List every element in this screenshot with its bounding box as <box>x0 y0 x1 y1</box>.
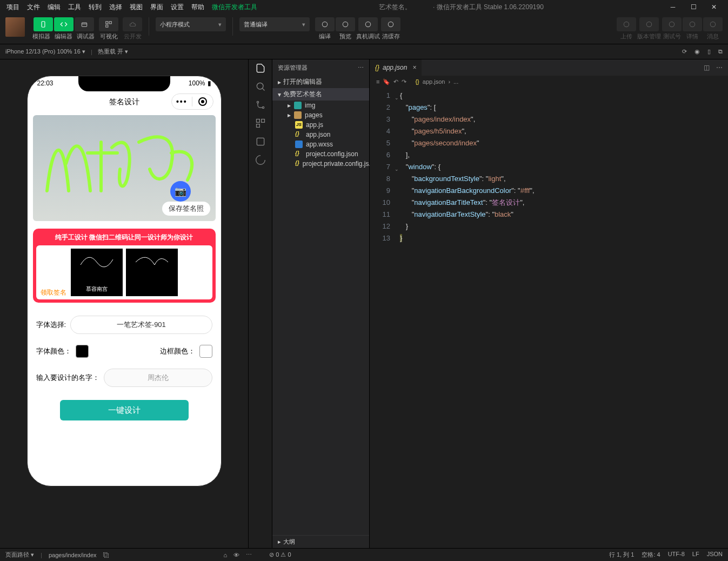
design-button[interactable]: 一键设计 <box>60 400 189 420</box>
debug-icon[interactable] <box>255 136 266 147</box>
hot-reload[interactable]: 热重载 开 ▾ <box>98 48 128 56</box>
eol[interactable]: LF <box>692 551 699 559</box>
save-button[interactable]: 保存签名照 <box>162 202 210 216</box>
menu-item[interactable]: 选择 <box>109 3 122 12</box>
device-icon[interactable]: ▯ <box>707 48 711 55</box>
tab-app-json[interactable]: {}app.json× <box>370 59 422 76</box>
tree-item[interactable]: {}app.json <box>272 130 369 139</box>
sample-2[interactable] <box>126 249 178 296</box>
toolbar-button[interactable] <box>662 17 682 31</box>
close-mini-icon[interactable] <box>192 97 213 106</box>
svg-point-5 <box>322 22 327 26</box>
refresh-icon[interactable]: ⟳ <box>682 48 687 55</box>
border-color-swatch[interactable] <box>199 345 212 358</box>
menu-item[interactable]: 设置 <box>171 3 184 12</box>
font-picker[interactable]: 一笔艺术签-901 <box>70 316 212 334</box>
menu-item[interactable]: 编辑 <box>48 3 61 12</box>
tree-item[interactable]: {}project.private.config.js... <box>272 159 369 169</box>
toolbar-button[interactable] <box>639 17 659 31</box>
signature-canvas[interactable]: 📷 保存签名照 <box>33 115 216 221</box>
menu-icon[interactable]: ••• <box>172 97 192 106</box>
font-color-swatch[interactable] <box>76 345 89 358</box>
cursor-pos[interactable]: 行 1, 列 1 <box>609 551 634 559</box>
menu-item[interactable]: 文件 <box>27 3 40 12</box>
menu-item[interactable]: 转到 <box>89 3 102 12</box>
menu-item[interactable]: 项目 <box>6 3 19 12</box>
sample-1[interactable]: 慕容南宫 <box>71 249 123 296</box>
page-path-label[interactable]: 页面路径 ▾ <box>5 551 34 559</box>
svg-rect-18 <box>261 119 264 123</box>
explorer: 资源管理器⋯ ▸ 打开的编辑器 ▾ 免费艺术签名 ▸ img ▸ pages J… <box>272 59 370 548</box>
maximize-button[interactable]: ☐ <box>686 2 701 12</box>
tree-item[interactable]: app.wxss <box>272 139 369 149</box>
simulator-toggle[interactable] <box>34 17 53 31</box>
project-name: 艺术签名。 <box>379 3 411 12</box>
toolbar-button[interactable] <box>315 17 335 31</box>
page-path[interactable]: pages/index/index <box>49 552 97 558</box>
camera-icon[interactable]: 📷 <box>170 181 191 202</box>
toolbar-button[interactable] <box>381 17 400 31</box>
mode-select[interactable]: 小程序模式▾ <box>156 17 226 31</box>
ext-icon[interactable] <box>255 118 266 129</box>
close-button[interactable]: ✕ <box>706 2 722 12</box>
explorer-icon[interactable] <box>255 63 266 74</box>
copy-icon[interactable]: ⿻ <box>103 552 109 558</box>
svg-point-15 <box>257 101 258 103</box>
search-icon[interactable] <box>255 81 266 92</box>
menu-item[interactable]: 微信开发者工具 <box>212 3 257 12</box>
tree-item[interactable]: JSapp.js <box>272 120 369 130</box>
minimize-button[interactable]: ─ <box>665 2 680 12</box>
avatar[interactable] <box>5 17 25 37</box>
menu-item[interactable]: 视图 <box>130 3 143 12</box>
more-icon[interactable]: ⋯ <box>358 64 364 71</box>
code-area[interactable]: 1⌄{2 "pages": [3 "pages/index/index",4 "… <box>370 88 728 548</box>
cloud-toggle[interactable] <box>123 17 142 31</box>
menu-item[interactable]: 界面 <box>150 3 163 12</box>
close-tab-icon[interactable]: × <box>412 64 416 71</box>
toolbar-button[interactable] <box>703 17 723 31</box>
svg-point-13 <box>710 22 715 26</box>
toolbar-button[interactable] <box>336 17 355 31</box>
git-icon[interactable] <box>255 99 266 110</box>
svg-rect-0 <box>42 22 45 28</box>
toolbar-button[interactable] <box>617 17 636 31</box>
svg-point-14 <box>257 83 263 89</box>
tree-item[interactable]: ▸ pages <box>272 110 369 120</box>
toolbar-button[interactable] <box>358 17 378 31</box>
promo-box: 纯手工设计 微信扫二维码让同一设计师为你设计 慕容南宫 领取签名 <box>33 229 216 303</box>
lang[interactable]: JSON <box>707 551 723 559</box>
get-signature-link[interactable]: 领取签名 <box>41 288 66 297</box>
bug-icon[interactable]: ⌂ <box>224 552 228 558</box>
project-root[interactable]: ▾ 免费艺术签名 <box>272 88 369 101</box>
visual-toggle[interactable] <box>99 17 118 31</box>
toolbar-button[interactable] <box>683 17 702 31</box>
split-icon[interactable]: ◫ <box>704 64 710 71</box>
more-icon[interactable]: ⋯ <box>246 551 252 558</box>
compile-select[interactable]: 普通编译▾ <box>239 17 310 31</box>
menu-item[interactable]: 工具 <box>68 3 81 12</box>
wx-icon[interactable] <box>255 155 266 165</box>
record-icon[interactable]: ◉ <box>694 48 700 55</box>
outline[interactable]: ▸ 大纲 <box>272 535 369 548</box>
more-icon[interactable]: ⋯ <box>716 64 723 71</box>
popout-icon[interactable]: ⧉ <box>718 48 723 55</box>
tree-item[interactable]: ▸ img <box>272 101 369 110</box>
window-title: · 微信开发者工具 Stable 1.06.2209190 <box>433 3 544 12</box>
menu-item[interactable]: 帮助 <box>191 3 204 12</box>
debugger-toggle[interactable] <box>75 17 94 31</box>
svg-rect-20 <box>257 138 264 145</box>
problems[interactable]: ⊘ 0 ⚠ 0 <box>269 551 291 558</box>
breadcrumb[interactable]: ≡🔖↶↷{}app.json›... <box>370 76 728 88</box>
tree-item[interactable]: {}project.config.json <box>272 149 369 159</box>
capsule[interactable]: ••• <box>171 94 213 110</box>
editor-toggle[interactable] <box>54 17 74 31</box>
indent[interactable]: 空格: 4 <box>642 551 660 559</box>
main-menu: 项目文件编辑工具转到选择视图界面设置帮助微信开发者工具 <box>3 3 257 12</box>
phone-frame: 22:03 100%▮ 签名设计 ••• 📷 保存签名照 纯手工设计 微信扫二维… <box>27 76 222 486</box>
open-editors[interactable]: ▸ 打开的编辑器 <box>272 76 369 88</box>
svg-point-6 <box>343 22 348 26</box>
encoding[interactable]: UTF-8 <box>668 551 685 559</box>
eye-icon[interactable]: 👁 <box>233 552 239 558</box>
device-select[interactable]: iPhone 12/13 (Pro) 100% 16 ▾ <box>5 48 85 55</box>
name-input[interactable] <box>104 369 212 387</box>
